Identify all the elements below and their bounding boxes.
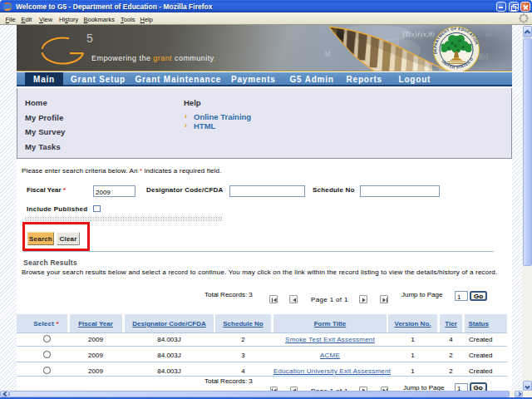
svg-text:5: 5	[86, 32, 93, 45]
svg-text:π√: π√	[485, 32, 492, 38]
svg-text:∫(y): ∫(y)	[478, 52, 488, 60]
svg-text:M: M	[323, 50, 331, 58]
